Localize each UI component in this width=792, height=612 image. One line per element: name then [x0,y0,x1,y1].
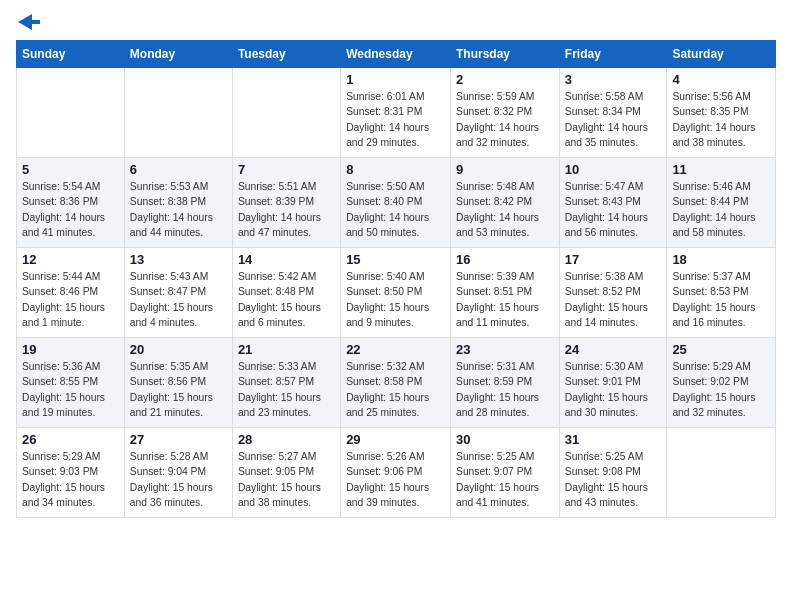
weekday-header-friday: Friday [559,41,667,68]
day-info: Sunrise: 5:29 AM Sunset: 9:02 PM Dayligh… [672,359,770,421]
day-info: Sunrise: 6:01 AM Sunset: 8:31 PM Dayligh… [346,89,445,151]
calendar-cell: 24Sunrise: 5:30 AM Sunset: 9:01 PM Dayli… [559,338,667,428]
calendar-cell: 21Sunrise: 5:33 AM Sunset: 8:57 PM Dayli… [232,338,340,428]
calendar-cell: 6Sunrise: 5:53 AM Sunset: 8:38 PM Daylig… [124,158,232,248]
day-info: Sunrise: 5:33 AM Sunset: 8:57 PM Dayligh… [238,359,335,421]
day-info: Sunrise: 5:54 AM Sunset: 8:36 PM Dayligh… [22,179,119,241]
calendar-cell: 8Sunrise: 5:50 AM Sunset: 8:40 PM Daylig… [341,158,451,248]
calendar-cell: 28Sunrise: 5:27 AM Sunset: 9:05 PM Dayli… [232,428,340,518]
day-number: 21 [238,342,335,357]
day-number: 17 [565,252,662,267]
day-number: 11 [672,162,770,177]
calendar-cell: 11Sunrise: 5:46 AM Sunset: 8:44 PM Dayli… [667,158,776,248]
day-number: 20 [130,342,227,357]
day-number: 22 [346,342,445,357]
calendar-week-3: 12Sunrise: 5:44 AM Sunset: 8:46 PM Dayli… [17,248,776,338]
day-number: 23 [456,342,554,357]
calendar-cell: 2Sunrise: 5:59 AM Sunset: 8:32 PM Daylig… [451,68,560,158]
weekday-header-monday: Monday [124,41,232,68]
day-number: 29 [346,432,445,447]
day-info: Sunrise: 5:25 AM Sunset: 9:08 PM Dayligh… [565,449,662,511]
day-info: Sunrise: 5:27 AM Sunset: 9:05 PM Dayligh… [238,449,335,511]
day-number: 6 [130,162,227,177]
day-number: 3 [565,72,662,87]
day-number: 8 [346,162,445,177]
calendar-cell: 25Sunrise: 5:29 AM Sunset: 9:02 PM Dayli… [667,338,776,428]
day-number: 16 [456,252,554,267]
calendar-cell [232,68,340,158]
calendar-cell: 23Sunrise: 5:31 AM Sunset: 8:59 PM Dayli… [451,338,560,428]
calendar-table: SundayMondayTuesdayWednesdayThursdayFrid… [16,40,776,518]
day-number: 27 [130,432,227,447]
day-info: Sunrise: 5:25 AM Sunset: 9:07 PM Dayligh… [456,449,554,511]
day-info: Sunrise: 5:48 AM Sunset: 8:42 PM Dayligh… [456,179,554,241]
calendar-cell [124,68,232,158]
calendar-cell: 15Sunrise: 5:40 AM Sunset: 8:50 PM Dayli… [341,248,451,338]
calendar-cell [667,428,776,518]
calendar-cell: 17Sunrise: 5:38 AM Sunset: 8:52 PM Dayli… [559,248,667,338]
weekday-header-thursday: Thursday [451,41,560,68]
calendar-cell: 3Sunrise: 5:58 AM Sunset: 8:34 PM Daylig… [559,68,667,158]
calendar-week-1: 1Sunrise: 6:01 AM Sunset: 8:31 PM Daylig… [17,68,776,158]
day-number: 24 [565,342,662,357]
day-number: 31 [565,432,662,447]
calendar-cell: 18Sunrise: 5:37 AM Sunset: 8:53 PM Dayli… [667,248,776,338]
day-info: Sunrise: 5:59 AM Sunset: 8:32 PM Dayligh… [456,89,554,151]
calendar-cell: 14Sunrise: 5:42 AM Sunset: 8:48 PM Dayli… [232,248,340,338]
calendar-cell: 12Sunrise: 5:44 AM Sunset: 8:46 PM Dayli… [17,248,125,338]
day-number: 14 [238,252,335,267]
day-number: 15 [346,252,445,267]
day-number: 18 [672,252,770,267]
weekday-header-sunday: Sunday [17,41,125,68]
calendar-cell: 22Sunrise: 5:32 AM Sunset: 8:58 PM Dayli… [341,338,451,428]
day-info: Sunrise: 5:32 AM Sunset: 8:58 PM Dayligh… [346,359,445,421]
calendar-week-2: 5Sunrise: 5:54 AM Sunset: 8:36 PM Daylig… [17,158,776,248]
day-info: Sunrise: 5:38 AM Sunset: 8:52 PM Dayligh… [565,269,662,331]
weekday-header-tuesday: Tuesday [232,41,340,68]
day-info: Sunrise: 5:35 AM Sunset: 8:56 PM Dayligh… [130,359,227,421]
page-header [16,16,776,30]
logo [16,16,40,30]
day-info: Sunrise: 5:44 AM Sunset: 8:46 PM Dayligh… [22,269,119,331]
calendar-cell: 4Sunrise: 5:56 AM Sunset: 8:35 PM Daylig… [667,68,776,158]
day-number: 2 [456,72,554,87]
calendar-cell [17,68,125,158]
day-info: Sunrise: 5:28 AM Sunset: 9:04 PM Dayligh… [130,449,227,511]
weekday-header-wednesday: Wednesday [341,41,451,68]
day-number: 12 [22,252,119,267]
day-number: 10 [565,162,662,177]
calendar-cell: 29Sunrise: 5:26 AM Sunset: 9:06 PM Dayli… [341,428,451,518]
day-number: 7 [238,162,335,177]
day-info: Sunrise: 5:39 AM Sunset: 8:51 PM Dayligh… [456,269,554,331]
calendar-cell: 31Sunrise: 5:25 AM Sunset: 9:08 PM Dayli… [559,428,667,518]
calendar-cell: 7Sunrise: 5:51 AM Sunset: 8:39 PM Daylig… [232,158,340,248]
day-number: 30 [456,432,554,447]
weekday-header-saturday: Saturday [667,41,776,68]
calendar-cell: 27Sunrise: 5:28 AM Sunset: 9:04 PM Dayli… [124,428,232,518]
day-number: 25 [672,342,770,357]
day-number: 13 [130,252,227,267]
calendar-cell: 10Sunrise: 5:47 AM Sunset: 8:43 PM Dayli… [559,158,667,248]
calendar-week-4: 19Sunrise: 5:36 AM Sunset: 8:55 PM Dayli… [17,338,776,428]
day-info: Sunrise: 5:40 AM Sunset: 8:50 PM Dayligh… [346,269,445,331]
calendar-cell: 13Sunrise: 5:43 AM Sunset: 8:47 PM Dayli… [124,248,232,338]
calendar-cell: 5Sunrise: 5:54 AM Sunset: 8:36 PM Daylig… [17,158,125,248]
calendar-cell: 26Sunrise: 5:29 AM Sunset: 9:03 PM Dayli… [17,428,125,518]
svg-marker-0 [18,14,40,30]
day-info: Sunrise: 5:50 AM Sunset: 8:40 PM Dayligh… [346,179,445,241]
calendar-cell: 20Sunrise: 5:35 AM Sunset: 8:56 PM Dayli… [124,338,232,428]
day-info: Sunrise: 5:26 AM Sunset: 9:06 PM Dayligh… [346,449,445,511]
day-number: 19 [22,342,119,357]
day-info: Sunrise: 5:46 AM Sunset: 8:44 PM Dayligh… [672,179,770,241]
calendar-cell: 1Sunrise: 6:01 AM Sunset: 8:31 PM Daylig… [341,68,451,158]
day-info: Sunrise: 5:56 AM Sunset: 8:35 PM Dayligh… [672,89,770,151]
calendar-week-5: 26Sunrise: 5:29 AM Sunset: 9:03 PM Dayli… [17,428,776,518]
day-number: 5 [22,162,119,177]
day-info: Sunrise: 5:53 AM Sunset: 8:38 PM Dayligh… [130,179,227,241]
day-number: 9 [456,162,554,177]
day-number: 1 [346,72,445,87]
day-info: Sunrise: 5:47 AM Sunset: 8:43 PM Dayligh… [565,179,662,241]
day-number: 28 [238,432,335,447]
day-info: Sunrise: 5:51 AM Sunset: 8:39 PM Dayligh… [238,179,335,241]
day-info: Sunrise: 5:58 AM Sunset: 8:34 PM Dayligh… [565,89,662,151]
